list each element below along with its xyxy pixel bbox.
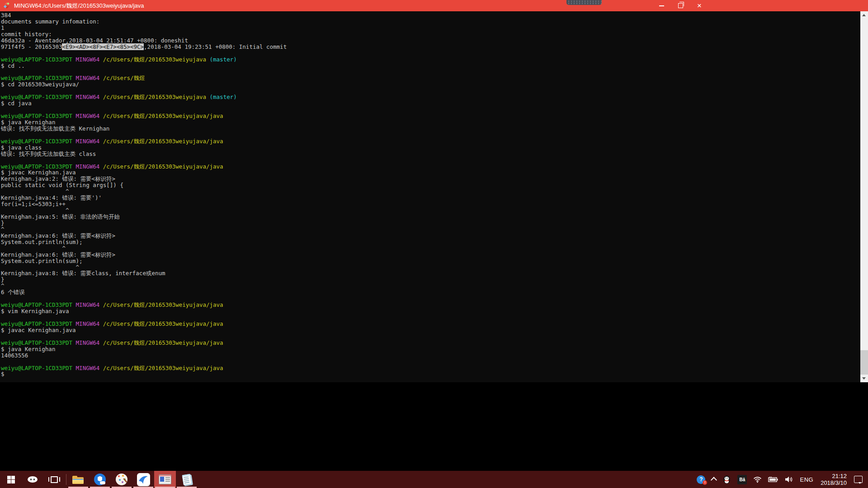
file-explorer-button[interactable] (67, 471, 89, 488)
qq-tray-button[interactable] (722, 475, 731, 484)
terminal-line: $ cd .. (1, 63, 860, 69)
terminal-line (1, 314, 860, 321)
terminal-line: Kernighan.java:6: 错误: 需要<标识符> (1, 233, 860, 239)
wifi-icon (753, 476, 762, 483)
battery-tray-button[interactable] (768, 477, 778, 482)
scrollbar[interactable] (860, 11, 868, 382)
terminal-line: 46da32a - Aventador,2018-03-04 21:51:47 … (1, 38, 860, 44)
terminal-line: 384 (1, 12, 860, 19)
restore-button[interactable] (671, 0, 690, 11)
taskbar: ? ! Bǎ (0, 471, 868, 488)
battery-icon (768, 477, 778, 482)
terminal-line: 1 (1, 25, 860, 31)
terminal-button[interactable] (154, 471, 176, 488)
notepad-icon (182, 474, 192, 485)
wifi-tray-button[interactable] (753, 476, 762, 483)
thunder-button[interactable] (132, 471, 154, 488)
minimize-button[interactable] (652, 0, 671, 11)
terminal-line: $ java class (1, 145, 860, 151)
terminal-line (1, 333, 860, 340)
terminal-line: weiyu@LAPTOP-1CD33PDT MINGW64 /c/Users/魏… (1, 56, 860, 63)
help-notification-button[interactable]: ? ! (697, 475, 705, 484)
terminal-line: weiyu@LAPTOP-1CD33PDT MINGW64 /c/Users/魏… (1, 94, 860, 100)
terminal-line: weiyu@LAPTOP-1CD33PDT MINGW64 /c/Users/魏… (1, 302, 860, 308)
terminal-line (1, 296, 860, 302)
terminal-line: $ (1, 371, 860, 377)
terminal-line: 错误: 找不到或无法加载主类 Kernighan (1, 126, 860, 132)
terminal-line (1, 107, 860, 113)
taskbar-clock[interactable]: 21:12 2018/3/10 (821, 473, 847, 486)
terminal-line (1, 132, 860, 138)
image-viewer-palette-icon (116, 474, 127, 485)
ime-badge-icon: Bǎ (737, 475, 747, 484)
terminal-line: $ cd 20165303weiyujava/ (1, 81, 860, 88)
volume-tray-button[interactable] (784, 476, 793, 483)
terminal-line (1, 88, 860, 94)
terminal-line: Kernighan.java:5: 错误: 非法的语句开始 (1, 214, 860, 220)
desktop: MINGW64:/c/Users/魏煜/20165303weiyujava/ja… (0, 0, 868, 488)
terminal-line: for(i=1;i<=5303;i++ (1, 201, 860, 207)
terminal-lines: 384documents summary infomation:1commit … (1, 12, 860, 377)
terminal-window-icon (159, 474, 171, 484)
terminal-line: } (1, 277, 860, 283)
system-tray: ? ! Bǎ (693, 471, 868, 488)
scrollbar-thumb[interactable] (860, 350, 868, 375)
terminal-line: Kernighan.java:8: 错误: 需要class, interface… (1, 270, 860, 277)
terminal-line: weiyu@LAPTOP-1CD33PDT MINGW64 /c/Users/魏… (1, 75, 860, 81)
terminal-line (1, 359, 860, 365)
volume-icon (784, 476, 793, 483)
terminal-line: weiyu@LAPTOP-1CD33PDT MINGW64 /c/Users/魏… (1, 113, 860, 119)
action-center-icon (854, 476, 863, 483)
git-app-icon (4, 2, 10, 9)
terminal-line: weiyu@LAPTOP-1CD33PDT MINGW64 /c/Users/魏… (1, 138, 860, 145)
start-button[interactable] (0, 471, 22, 488)
close-button[interactable]: × (690, 0, 709, 11)
terminal-line: weiyu@LAPTOP-1CD33PDT MINGW64 /c/Users/魏… (1, 321, 860, 327)
language-indicator[interactable]: ENG (800, 476, 813, 483)
terminal-line: Kernighan.java:6: 错误: 需要<标识符> (1, 252, 860, 258)
terminal-line: Kernighan.java:2: 错误: 需要<标识符> (1, 176, 860, 182)
qq-penguin-icon (722, 475, 731, 484)
terminal-line: 971f4f5 - 20165303<E9><AD><8F><E7><85><9… (1, 44, 860, 50)
image-viewer-button[interactable] (111, 471, 132, 488)
terminal-content[interactable]: 384documents summary infomation:1commit … (0, 11, 860, 382)
terminal-line (1, 50, 860, 56)
scroll-up-arrow-icon[interactable] (860, 11, 868, 19)
ime-tray-button[interactable]: Bǎ (737, 475, 747, 484)
terminal-line: $ java Kernighan (1, 346, 860, 352)
terminal-line: $ java Kernighan (1, 119, 860, 126)
chevron-up-icon (711, 477, 717, 483)
terminal-line: ^ (1, 283, 860, 289)
taskbar-left (0, 471, 198, 488)
terminal-line: ^ (1, 245, 860, 252)
taskbar-spacer (198, 471, 693, 488)
cortana-button[interactable] (22, 471, 43, 488)
terminal-line: commit history: (1, 31, 860, 38)
file-explorer-icon (72, 475, 84, 484)
floating-widget[interactable] (566, 0, 602, 5)
notepad-button[interactable] (176, 471, 198, 488)
terminal-line: weiyu@LAPTOP-1CD33PDT MINGW64 /c/Users/魏… (1, 365, 860, 371)
qq-browser-button[interactable] (89, 471, 111, 488)
terminal-line (1, 69, 860, 75)
terminal-line: public static void (String args[]) { (1, 182, 860, 188)
task-view-button[interactable] (43, 471, 65, 488)
terminal-line: weiyu@LAPTOP-1CD33PDT MINGW64 /c/Users/魏… (1, 164, 860, 170)
scroll-down-arrow-icon[interactable] (860, 375, 868, 382)
terminal-line (1, 157, 860, 164)
terminal-line: ^ (1, 188, 860, 195)
terminal-window: MINGW64:/c/Users/魏煜/20165303weiyujava/ja… (0, 0, 868, 382)
terminal-line: 6 个错误 (1, 289, 860, 296)
titlebar[interactable]: MINGW64:/c/Users/魏煜/20165303weiyujava/ja… (0, 0, 868, 11)
windows-logo-icon (7, 476, 15, 483)
taskbar-separator (66, 474, 66, 485)
clock-date: 2018/3/10 (821, 479, 847, 486)
terminal-line: $ cd java (1, 100, 860, 107)
terminal-line: weiyu@LAPTOP-1CD33PDT MINGW64 /c/Users/魏… (1, 340, 860, 346)
hidden-icons-button[interactable] (712, 477, 716, 482)
terminal-line: System.out.println(sum); (1, 258, 860, 264)
action-center-button[interactable] (854, 476, 863, 483)
cortana-icon (28, 476, 38, 483)
terminal-line: documents summary infomation: (1, 19, 860, 25)
clock-time: 21:12 (832, 473, 847, 479)
